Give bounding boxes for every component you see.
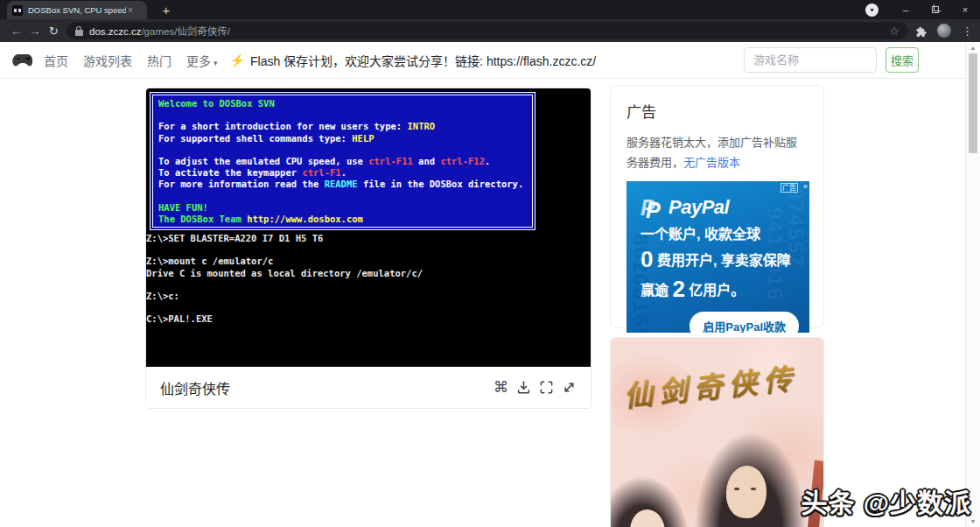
ad-close-icon[interactable]: × — [803, 182, 808, 191]
game-cover-image: 仙剑奇侠传 — [611, 338, 823, 527]
profile-avatar[interactable] — [937, 24, 951, 38]
announcement: ⚡ Flash 保存计划，欢迎大家尝试分享！链接: https://flash.… — [230, 52, 597, 69]
browser-toolbar: ← → ↻ dos.zczc.cz/games/仙剑奇侠传/ ☆ ⋮ — [0, 19, 980, 42]
back-button[interactable]: ← — [7, 24, 25, 38]
forward-button[interactable]: → — [25, 24, 44, 38]
terminal-line: The DOSBox Team http://www.dosbox.com — [158, 214, 535, 225]
gamepad-logo-icon[interactable] — [12, 53, 33, 67]
search-button[interactable]: 搜索 — [886, 47, 919, 73]
terminal-line: To activate the keymapper ctrl-F1. — [158, 167, 535, 179]
media-control-icon[interactable]: ▾ — [865, 4, 878, 17]
expand-icon[interactable] — [562, 380, 577, 395]
reload-button[interactable]: ↻ — [45, 25, 63, 38]
game-title: 仙剑奇侠传 — [160, 377, 230, 398]
game-cover-card[interactable]: 仙剑奇侠传 — [610, 337, 824, 527]
browser-menu-icon[interactable]: ⋮ — [962, 25, 973, 38]
terminal-line: Welcome to DOSBox SVN — [158, 98, 535, 109]
player-bar: 仙剑奇侠传 ⌘ — [146, 367, 591, 408]
browser-tab-strip: DOSBox SVN, CPU speed: 300 × + ▾ – × — [0, 0, 980, 19]
terminal-line — [146, 279, 591, 291]
bookmark-star-icon[interactable]: ☆ — [889, 25, 900, 38]
terminal-line — [158, 191, 535, 202]
terminal-line: Z:\>c: — [146, 291, 591, 302]
tab-favicon-icon — [12, 5, 23, 16]
terminal-line — [158, 109, 535, 121]
terminal-line: To adjust the emulated CPU speed, use ct… — [158, 156, 535, 167]
address-bar[interactable]: dos.zczc.cz/games/仙剑奇侠传/ ☆ — [66, 22, 908, 39]
paypal-cta-button[interactable]: 启用PayPal收款 — [690, 312, 799, 333]
dosbox-shell-output: Z:\>SET BLASTER=A220 I7 D1 H5 T6 Z:\>mou… — [146, 233, 591, 326]
fullscreen-icon[interactable] — [539, 380, 554, 395]
web-page: 首页游戏列表热门更多▾ ⚡ Flash 保存计划，欢迎大家尝试分享！链接: ht… — [0, 42, 980, 527]
dosbox-welcome-box: Welcome to DOSBox SVN For a short introd… — [150, 92, 536, 230]
lock-icon — [75, 26, 83, 36]
site-navbar: 首页游戏列表热门更多▾ ⚡ Flash 保存计划，欢迎大家尝试分享！链接: ht… — [0, 42, 980, 79]
new-tab-button[interactable]: + — [156, 0, 177, 19]
watermark: 头条 @少数派 — [801, 481, 971, 520]
terminal-line: For more information read the README fil… — [158, 179, 535, 190]
terminal-line — [146, 244, 591, 256]
search-input[interactable] — [744, 47, 877, 73]
terminal-line: Z:\>SET BLASTER=A220 I7 D1 H5 T6 — [146, 233, 591, 244]
chevron-down-icon: ▾ — [214, 59, 218, 67]
dosbox-screen[interactable]: Welcome to DOSBox SVN For a short introd… — [146, 88, 591, 367]
nav-item-game-list[interactable]: 游戏列表 — [83, 52, 132, 69]
restore-icon — [932, 6, 939, 13]
nav-links: 首页游戏列表热门更多▾ — [44, 52, 218, 69]
window-close-button[interactable]: × — [950, 0, 980, 19]
cover-title: 仙剑奇侠传 — [621, 355, 800, 416]
flash-icon: ⚡ — [230, 53, 245, 67]
scroll-up-icon[interactable]: ▲ — [966, 45, 980, 51]
nav-item-more[interactable]: 更多▾ — [186, 52, 218, 69]
ad-card-title: 广告 — [626, 100, 808, 122]
paypal-monogram-icon: PP — [640, 195, 663, 220]
ad-card: 广告 服务器花销太大，添加广告补贴服务器费用，无广告版本 53745579417… — [610, 85, 824, 328]
terminal-line: For a short introduction for new users t… — [158, 121, 535, 132]
ad-bg-digit-strip: 9417016 — [762, 207, 787, 301]
tab-title: DOSBox SVN, CPU speed: 300 — [28, 5, 126, 15]
keymapper-command-icon[interactable]: ⌘ — [494, 380, 508, 395]
scrollbar-thumb[interactable] — [969, 53, 977, 153]
page-scrollbar[interactable]: ▲ ▼ — [965, 42, 980, 527]
terminal-line — [146, 302, 591, 313]
terminal-line: HAVE FUN! — [158, 202, 535, 214]
terminal-line: C:\>PAL!.EXE — [146, 313, 591, 325]
paypal-ad[interactable]: 537455794170168020816923 广告 × PP PayPal … — [626, 181, 809, 333]
ad-tag: 广告 — [780, 183, 798, 193]
terminal-line: For supported shell commands type: HELP — [158, 133, 535, 144]
page-url: dos.zczc.cz/games/仙剑奇侠传/ — [89, 24, 230, 38]
nav-item-hot[interactable]: 热门 — [147, 52, 172, 69]
window-restore-button[interactable] — [920, 0, 950, 19]
emulator-card: Welcome to DOSBox SVN For a short introd… — [145, 88, 592, 409]
ad-free-link[interactable]: 无广告版本 — [683, 156, 740, 169]
terminal-line — [158, 144, 535, 156]
ad-bg-digit-strip: 5374557 — [783, 181, 808, 268]
browser-tab[interactable]: DOSBox SVN, CPU speed: 300 × — [7, 1, 147, 19]
ad-bg-digit-strip: 8020816923 — [628, 234, 653, 333]
download-icon[interactable] — [516, 380, 531, 395]
terminal-line: Z:\>mount c /emulator/c — [146, 256, 591, 267]
extensions-icon[interactable] — [915, 25, 927, 37]
tab-close-icon[interactable]: × — [128, 5, 133, 15]
window-minimize-button[interactable]: – — [891, 0, 920, 19]
terminal-line: Drive C is mounted as local directory /e… — [146, 268, 591, 279]
nav-item-home[interactable]: 首页 — [44, 52, 68, 69]
ad-card-text: 服务器花销太大，添加广告补贴服务器费用，无广告版本 — [626, 132, 808, 173]
